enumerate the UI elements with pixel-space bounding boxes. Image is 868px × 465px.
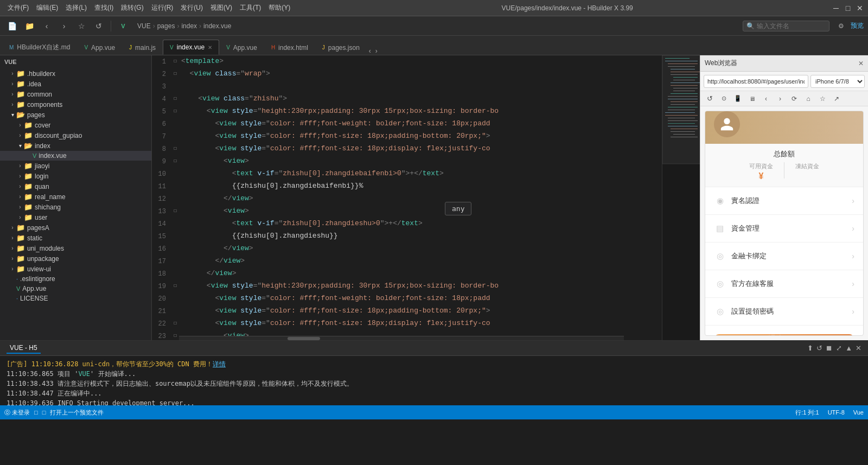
- tab-index-html[interactable]: H index.html: [264, 40, 315, 55]
- menu-tools[interactable]: 工具(T): [237, 2, 264, 14]
- terminal-upload-icon[interactable]: ⬆: [807, 344, 813, 352]
- sidebar-item-jiaoyi[interactable]: › 📁 jiaoyi: [0, 161, 151, 171]
- terminal-tab-vue-h5[interactable]: VUE - H5: [7, 343, 41, 354]
- sidebar-item-license[interactable]: · LICENSE: [0, 294, 151, 303]
- horizontal-scrollbar[interactable]: [179, 336, 624, 340]
- folder-icon: 📁: [16, 100, 25, 109]
- menu-edit[interactable]: 编辑(E): [33, 2, 61, 14]
- sidebar-item-unpackage[interactable]: › 📁 unpackage: [0, 253, 151, 264]
- terminal-expand-icon[interactable]: ⤢: [836, 344, 842, 352]
- status-icon-2[interactable]: □: [42, 409, 46, 416]
- tab-hbuilder-md[interactable]: M HBuilderX自述.md: [2, 40, 77, 55]
- forward-button[interactable]: ›: [56, 18, 72, 34]
- breadcrumb-pages[interactable]: pages: [157, 22, 175, 30]
- tab-index-vue[interactable]: V index.vue ✕: [163, 40, 219, 55]
- refresh-button[interactable]: ↺: [91, 18, 106, 34]
- login-status[interactable]: ⓪ 未登录: [4, 409, 30, 417]
- menu-help[interactable]: 帮助(Y): [265, 2, 293, 14]
- window-controls[interactable]: ─ □ ✕: [832, 4, 864, 12]
- tab-app-vue-2[interactable]: V App.vue: [219, 40, 264, 55]
- sidebar-item-cover[interactable]: › 📁 cover: [0, 120, 151, 130]
- breadcrumb-vue[interactable]: VUE: [137, 22, 151, 30]
- terminal-stop-icon[interactable]: ⏹: [826, 344, 833, 352]
- sidebar-item-unimodules[interactable]: › 📁 uni_modules: [0, 243, 151, 253]
- menu-bar[interactable]: 文件(F) 编辑(E) 选择(L) 查找(I) 跳转(G) 运行(R) 发行(U…: [4, 2, 293, 14]
- browser-close-button[interactable]: ✕: [858, 60, 864, 67]
- filter-icon[interactable]: ⚙: [838, 22, 844, 30]
- sidebar-item-shichang[interactable]: › 📁 shichang: [0, 202, 151, 212]
- menu-select[interactable]: 选择(L): [62, 2, 90, 14]
- terminal-close-panel-icon[interactable]: ✕: [856, 344, 861, 352]
- menu-file[interactable]: 文件(F): [4, 2, 32, 14]
- menu-find[interactable]: 查找(I): [91, 2, 117, 14]
- browser-share-icon[interactable]: ↗: [831, 93, 843, 105]
- tab-scroll-right[interactable]: ›: [373, 47, 380, 55]
- browser-mobile-icon[interactable]: 📱: [732, 93, 744, 105]
- browser-refresh-icon[interactable]: ↺: [704, 93, 716, 105]
- tab-main-js[interactable]: J main.js: [122, 40, 163, 55]
- maximize-button[interactable]: □: [844, 4, 852, 12]
- balance-divider: [784, 162, 784, 179]
- back-button[interactable]: ‹: [39, 18, 54, 34]
- tab-close-button[interactable]: ✕: [208, 44, 212, 50]
- sidebar-item-quan[interactable]: › 📁 quan: [0, 181, 151, 192]
- menu-item-password[interactable]: ◎ 設置提領密碼 ›: [705, 298, 863, 326]
- menu-item-customer-service[interactable]: ◎ 官方在線客服 ›: [705, 270, 863, 298]
- tab-app-vue-1[interactable]: V App.vue: [77, 40, 122, 55]
- sidebar-item-index[interactable]: ▾ 📂 index: [0, 141, 151, 151]
- browser-bookmark-icon[interactable]: ☆: [816, 93, 828, 105]
- file-search-bar[interactable]: 🔍: [743, 21, 829, 31]
- browser-desktop-icon[interactable]: 🖥: [746, 93, 758, 105]
- sidebar-item-hbuilderx[interactable]: › 📁 .hbuilderx: [0, 68, 151, 79]
- sidebar-item-pages[interactable]: ▾ 📂 pages: [0, 110, 151, 120]
- sidebar-item-index-vue[interactable]: V index.vue: [0, 151, 151, 161]
- sidebar-item-realname[interactable]: › 📁 real_name: [0, 192, 151, 202]
- scrollbar-thumb[interactable]: [288, 337, 320, 340]
- sidebar-item-login[interactable]: › 📁 login: [0, 171, 151, 181]
- tab-pages-json[interactable]: J pages.json: [315, 40, 367, 55]
- device-select[interactable]: iPhone 6/7/8: [810, 75, 865, 88]
- file-search-input[interactable]: [757, 22, 822, 30]
- browser-home-icon[interactable]: ⌂: [802, 93, 814, 105]
- ad-detail-link[interactable]: 详情: [213, 360, 226, 368]
- preview-file-button[interactable]: 打开上一个预览文件: [50, 409, 104, 417]
- minimize-button[interactable]: ─: [832, 4, 840, 12]
- menu-run[interactable]: 运行(R): [148, 2, 177, 14]
- sidebar-item-pagesA[interactable]: › 📁 pagesA: [0, 222, 151, 233]
- close-button[interactable]: ✕: [856, 4, 864, 12]
- menu-publish[interactable]: 发行(U): [177, 2, 206, 14]
- browser-reload-icon[interactable]: ⟳: [788, 93, 800, 105]
- menu-item-funds[interactable]: ▤ 資金管理 ›: [705, 215, 863, 243]
- terminal-refresh-icon[interactable]: ↺: [816, 344, 822, 352]
- menu-item-bank-card[interactable]: ◎ 金融卡绑定 ›: [705, 243, 863, 270]
- sidebar-item-idea[interactable]: › 📁 .idea: [0, 79, 151, 89]
- autocomplete-popup[interactable]: any: [445, 202, 471, 215]
- menu-view[interactable]: 视图(V): [207, 2, 235, 14]
- sidebar-item-user[interactable]: › 📁 user: [0, 212, 151, 222]
- menu-jump[interactable]: 跳转(G): [118, 2, 146, 14]
- sidebar-item-common[interactable]: › 📁 common: [0, 89, 151, 99]
- search-icon: 🔍: [746, 22, 755, 30]
- sidebar-item-uviewui[interactable]: › 📁 uview-ui: [0, 264, 151, 274]
- sidebar-item-components[interactable]: › 📁 components: [0, 99, 151, 110]
- new-file-button[interactable]: 📄: [4, 18, 20, 34]
- preview-button[interactable]: 预览: [851, 21, 864, 30]
- browser-forward-icon[interactable]: ›: [774, 93, 786, 105]
- menu-item-real-name[interactable]: ◉ 實名認證 ›: [705, 187, 863, 215]
- sidebar-item-discount[interactable]: › 📁 discount_gupiao: [0, 130, 151, 141]
- sidebar-item-static[interactable]: › 📁 static: [0, 233, 151, 243]
- browser-back-icon[interactable]: ‹: [760, 93, 772, 105]
- logout-button[interactable]: 退出登錄: [714, 334, 854, 336]
- code-editor[interactable]: 1 ◻ <template> 2 ◻ <view class="wrap"> 3…: [152, 55, 662, 340]
- sidebar-item-eslintignore[interactable]: · .eslintignore: [0, 274, 151, 284]
- tab-scroll-left[interactable]: ‹: [367, 47, 373, 55]
- status-icon-1[interactable]: □: [34, 409, 38, 416]
- browser-inspect-icon[interactable]: ⊙: [718, 93, 730, 105]
- url-input[interactable]: [704, 75, 808, 88]
- terminal-up-icon[interactable]: ▲: [845, 344, 852, 352]
- star-button[interactable]: ☆: [74, 18, 89, 34]
- breadcrumb-index[interactable]: index: [181, 22, 197, 30]
- sidebar-item-app-vue[interactable]: V App.vue: [0, 284, 151, 294]
- open-folder-button[interactable]: 📁: [22, 18, 37, 34]
- breadcrumb-file[interactable]: index.vue: [203, 22, 231, 30]
